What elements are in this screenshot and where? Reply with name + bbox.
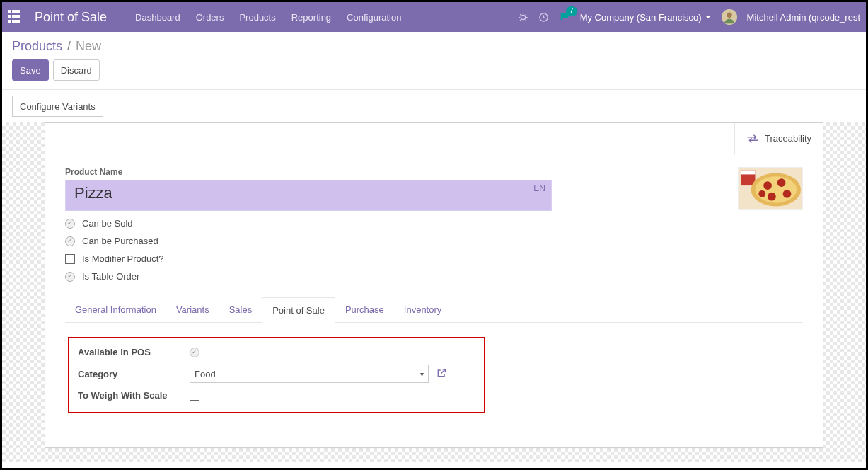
product-name-label: Product Name	[65, 167, 724, 177]
form-sheet: Traceability Product Name EN Can be Sold	[45, 122, 823, 448]
top-navbar: Point of Sale Dashboard Orders Products …	[2, 2, 866, 32]
discuss-badge: 7	[566, 6, 577, 16]
to-weigh-checkbox[interactable]	[190, 391, 199, 401]
traceability-button[interactable]: Traceability	[734, 123, 823, 154]
lang-tag[interactable]: EN	[533, 183, 545, 193]
svg-point-13	[758, 190, 765, 197]
svg-point-8	[755, 176, 797, 202]
user-name[interactable]: Mitchell Admin (qrcode_rest	[747, 12, 860, 23]
is-table-order-label: Is Table Order	[82, 271, 139, 282]
available-in-pos-checkbox[interactable]	[190, 348, 199, 357]
can-be-purchased-checkbox[interactable]	[65, 236, 75, 246]
svg-point-12	[768, 193, 776, 201]
is-modifier-label: Is Modifier Product?	[82, 253, 164, 264]
product-name-input[interactable]	[73, 183, 523, 203]
product-image[interactable]	[738, 167, 803, 210]
apps-icon[interactable]	[8, 10, 22, 24]
to-weigh-label: To Weigh With Scale	[78, 390, 190, 401]
tab-pos[interactable]: Point of Sale	[262, 297, 335, 323]
can-be-sold-checkbox[interactable]	[65, 219, 75, 229]
svg-rect-6	[741, 171, 756, 175]
menu-reporting[interactable]: Reporting	[291, 12, 331, 23]
external-link-icon[interactable]	[436, 367, 447, 381]
can-be-purchased-label: Can be Purchased	[82, 236, 158, 246]
is-modifier-checkbox[interactable]	[65, 254, 75, 264]
pos-highlight-box: Available in POS Category Food ▾	[68, 337, 485, 413]
action-row: Configure Variants	[2, 90, 866, 117]
svg-point-9	[763, 181, 772, 190]
tab-general[interactable]: General Information	[65, 297, 166, 322]
svg-point-10	[777, 178, 786, 187]
tab-inventory[interactable]: Inventory	[394, 297, 451, 322]
menu-products[interactable]: Products	[239, 12, 275, 23]
available-in-pos-label: Available in POS	[78, 347, 190, 357]
tab-variants[interactable]: Variants	[166, 297, 219, 322]
menu-orders[interactable]: Orders	[196, 12, 224, 23]
tab-purchase[interactable]: Purchase	[335, 297, 394, 322]
tab-sales[interactable]: Sales	[219, 297, 262, 322]
tab-page-pos: Available in POS Category Food ▾	[65, 323, 803, 428]
category-select[interactable]: Food ▾	[190, 365, 429, 383]
breadcrumb-sep: /	[67, 39, 71, 53]
avatar[interactable]	[722, 9, 737, 25]
product-name-field[interactable]: EN	[65, 180, 552, 211]
discard-button[interactable]: Discard	[53, 59, 100, 81]
notebook-tabs: General Information Variants Sales Point…	[65, 297, 803, 323]
app-title: Point of Sale	[35, 10, 107, 25]
breadcrumb-current: New	[76, 39, 101, 53]
breadcrumb: Products / New	[12, 39, 856, 54]
debug-icon[interactable]	[518, 12, 528, 23]
sheet-background: Traceability Product Name EN Can be Sold	[2, 122, 866, 462]
category-value: Food	[195, 369, 216, 379]
svg-point-11	[783, 190, 792, 198]
is-table-order-checkbox[interactable]	[65, 272, 75, 282]
breadcrumb-root[interactable]: Products	[12, 39, 62, 53]
category-label: Category	[78, 369, 190, 379]
traceability-label: Traceability	[765, 133, 811, 144]
company-switcher[interactable]: My Company (San Francisco)	[580, 12, 712, 23]
save-button[interactable]: Save	[12, 59, 49, 81]
configure-variants-button[interactable]: Configure Variants	[12, 96, 103, 117]
svg-point-0	[521, 15, 525, 19]
svg-point-3	[727, 13, 731, 18]
button-box: Traceability	[45, 123, 823, 154]
main-menu: Dashboard Orders Products Reporting Conf…	[135, 12, 401, 23]
chevron-down-icon: ▾	[420, 370, 424, 378]
menu-dashboard[interactable]: Dashboard	[135, 12, 180, 23]
control-panel: Products / New Save Discard	[2, 32, 866, 90]
menu-configuration[interactable]: Configuration	[347, 12, 401, 23]
activities-icon[interactable]	[538, 12, 549, 23]
discuss-icon[interactable]: 7	[559, 11, 570, 23]
can-be-sold-label: Can be Sold	[82, 218, 133, 229]
